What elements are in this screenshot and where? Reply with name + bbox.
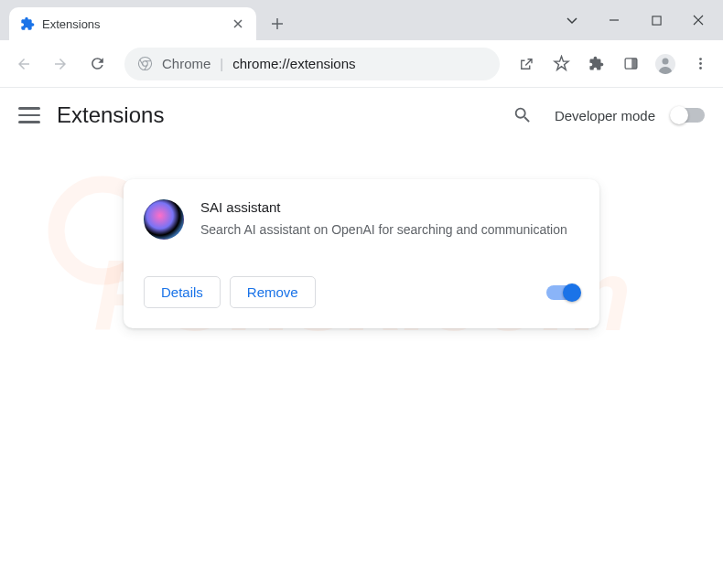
developer-mode-toggle[interactable] — [672, 108, 705, 123]
menu-button[interactable] — [685, 48, 716, 80]
window-down-button[interactable] — [551, 0, 593, 40]
minimize-icon — [609, 15, 620, 26]
browser-toolbar: Chrome | chrome://extensions — [0, 40, 723, 88]
profile-button[interactable] — [650, 48, 681, 80]
svg-rect-6 — [631, 59, 637, 69]
extensions-button[interactable] — [580, 48, 611, 80]
maximize-icon — [652, 16, 662, 26]
new-tab-button[interactable] — [264, 10, 291, 37]
extension-enable-toggle[interactable] — [546, 285, 579, 300]
omnibox-label: Chrome — [162, 56, 210, 71]
svg-rect-2 — [652, 16, 660, 24]
svg-point-8 — [663, 58, 669, 64]
svg-point-9 — [699, 58, 702, 60]
extension-icon — [144, 199, 184, 240]
plus-icon — [271, 17, 284, 30]
window-minimize-button[interactable] — [593, 0, 635, 40]
window-maximize-button[interactable] — [635, 0, 677, 40]
reload-icon — [89, 55, 106, 72]
sidepanel-button[interactable] — [615, 48, 646, 80]
share-icon — [518, 56, 534, 72]
browser-titlebar: Extensions — [0, 0, 723, 40]
omnibox-url: chrome://extensions — [232, 56, 355, 71]
extension-description: Search AI assistant on OpenAI for search… — [200, 220, 579, 240]
reload-button[interactable] — [81, 48, 113, 80]
tab-title: Extensions — [42, 17, 101, 31]
omnibox-divider: | — [220, 56, 223, 71]
search-extensions-button[interactable] — [507, 100, 538, 131]
window-close-button[interactable] — [677, 0, 719, 40]
bookmark-button[interactable] — [545, 48, 577, 80]
close-icon — [233, 19, 243, 28]
svg-point-10 — [699, 62, 702, 65]
forward-button[interactable] — [44, 48, 77, 80]
search-icon — [513, 105, 533, 125]
share-button[interactable] — [511, 48, 542, 80]
extension-card: SAI assistant Search AI assistant on Ope… — [124, 179, 599, 328]
remove-button[interactable]: Remove — [230, 276, 316, 308]
extensions-list: SAI assistant Search AI assistant on Ope… — [0, 143, 723, 365]
puzzle-icon — [20, 16, 35, 31]
page-title: Extensions — [57, 102, 164, 128]
developer-mode-label: Developer mode — [555, 108, 655, 123]
arrow-left-icon — [16, 56, 32, 72]
extension-name: SAI assistant — [200, 199, 579, 215]
extensions-header: Extensions Developer mode — [0, 88, 723, 143]
sidepanel-icon — [623, 56, 639, 71]
address-bar[interactable]: Chrome | chrome://extensions — [124, 48, 500, 80]
hamburger-menu-button[interactable] — [18, 104, 40, 126]
dots-vertical-icon — [693, 56, 708, 71]
tab-close-button[interactable] — [231, 16, 245, 31]
close-icon — [693, 15, 704, 26]
star-icon — [553, 55, 570, 72]
avatar-icon — [654, 53, 676, 75]
arrow-right-icon — [52, 56, 69, 72]
details-button[interactable]: Details — [144, 276, 221, 308]
chevron-down-icon — [566, 14, 578, 27]
chrome-icon — [137, 56, 153, 71]
puzzle-icon — [588, 56, 604, 71]
svg-point-11 — [699, 67, 702, 69]
back-button[interactable] — [7, 48, 40, 80]
browser-tab[interactable]: Extensions — [9, 7, 256, 40]
window-controls — [551, 0, 723, 40]
